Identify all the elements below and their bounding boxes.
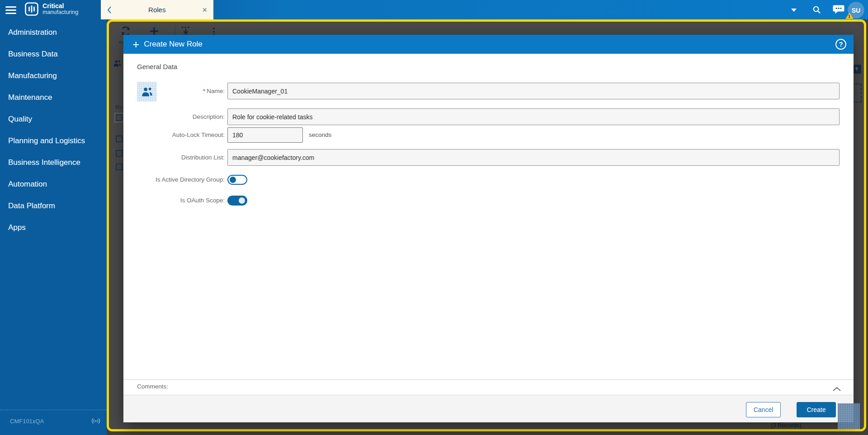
brand-line2: manufacturing	[42, 9, 78, 15]
sidebar-item-business-intelligence[interactable]: Business Intelligence	[0, 152, 107, 173]
cancel-button[interactable]: Cancel	[746, 402, 781, 417]
autolock-suffix: seconds	[309, 131, 331, 138]
tab-roles[interactable]: Roles ×	[101, 0, 213, 19]
name-label: *Name:	[132, 83, 225, 99]
tab-close-icon[interactable]: ×	[202, 6, 207, 14]
column-header-partial: Ro	[115, 104, 123, 111]
tab-back-icon[interactable]	[107, 6, 112, 14]
autolock-label: Auto-Lock Timeout:	[132, 127, 225, 143]
roles-people-icon-dimmed	[113, 60, 122, 67]
oauth-scope-toggle[interactable]	[227, 196, 247, 206]
sidebar: Administration Business Data Manufacturi…	[0, 19, 107, 435]
description-input[interactable]	[227, 108, 840, 125]
row-checkbox	[116, 114, 123, 121]
records-count: (3 Records)	[771, 422, 802, 429]
connection-antenna-icon	[91, 418, 100, 425]
sidebar-nav: Administration Business Data Manufacturi…	[0, 19, 107, 239]
sidebar-item-automation[interactable]: Automation	[0, 173, 107, 195]
sidebar-item-data-platform[interactable]: Data Platform	[0, 195, 107, 217]
row-checkbox	[116, 164, 123, 170]
chevron-down-icon[interactable]	[791, 9, 797, 12]
plus-icon: +	[132, 38, 139, 50]
sidebar-footer: CMF101xQA	[0, 410, 107, 435]
create-button[interactable]: Create	[797, 402, 836, 417]
section-title: General Data	[137, 63, 177, 70]
help-icon[interactable]: ?	[835, 39, 846, 50]
ad-group-label: Is Active Directory Group:	[132, 175, 225, 185]
comments-label: Comments:	[137, 383, 168, 390]
topbar: Critical manufacturing Roles × SU	[0, 0, 868, 19]
modal-footer: Cancel Create	[123, 395, 854, 422]
sidebar-item-maintenance[interactable]: Maintenance	[0, 87, 107, 108]
sidebar-item-quality[interactable]: Quality	[0, 108, 107, 130]
oauth-scope-label: Is OAuth Scope:	[132, 196, 225, 206]
notification-count: 1	[848, 14, 850, 19]
sidebar-item-business-data[interactable]: Business Data	[0, 43, 107, 65]
modal-header: + Create New Role ?	[123, 35, 854, 54]
collapse-comments-icon[interactable]	[833, 385, 841, 393]
description-label: Description:	[132, 108, 225, 125]
autolock-input[interactable]	[227, 127, 303, 143]
app-root: Critical manufacturing Roles × SU	[0, 0, 868, 435]
required-marker: *	[203, 88, 205, 94]
sidebar-item-manufacturing[interactable]: Manufacturing	[0, 65, 107, 87]
brand-logo: Critical manufacturing	[25, 2, 78, 16]
sidebar-item-apps[interactable]: Apps	[0, 217, 107, 239]
sidebar-item-administration[interactable]: Administration	[0, 22, 107, 43]
drag-ghost-artifact	[838, 403, 860, 429]
chat-icon[interactable]	[833, 5, 844, 15]
row-checkbox	[116, 150, 123, 157]
menu-icon[interactable]	[5, 5, 17, 14]
create-role-modal: + Create New Role ? General Data *Name:	[123, 35, 854, 422]
comments-divider	[123, 379, 854, 380]
name-input[interactable]	[227, 83, 840, 99]
row-checkbox	[116, 136, 123, 142]
distribution-label: Distribution List:	[132, 149, 225, 166]
critical-manufacturing-logo-icon	[25, 2, 38, 16]
search-icon[interactable]	[811, 5, 822, 15]
notification-badge: 1	[845, 13, 854, 19]
content-area: Ref Ro (3 Records)	[107, 19, 866, 431]
sidebar-item-planning-logistics[interactable]: Planning and Logistics	[0, 130, 107, 152]
modal-title: Create New Role	[144, 40, 202, 49]
brand-line1: Critical	[42, 3, 78, 9]
ad-group-toggle[interactable]	[227, 175, 247, 185]
distribution-input[interactable]	[227, 149, 840, 166]
tab-title: Roles	[148, 6, 165, 14]
environment-label: CMF101xQA	[10, 418, 91, 425]
